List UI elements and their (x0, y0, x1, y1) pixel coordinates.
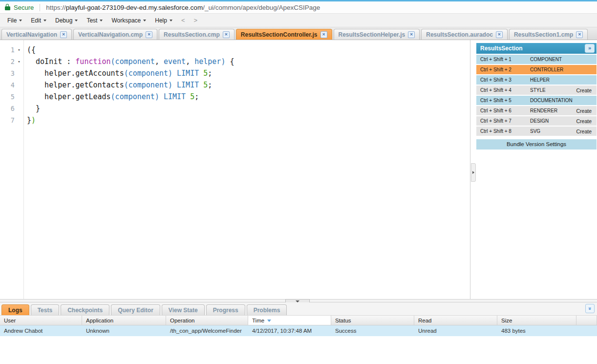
code-token (199, 69, 203, 78)
column-header-time[interactable]: Time (248, 316, 331, 325)
bundle-row-label: CONTROLLER (530, 67, 597, 72)
code-token: 5 (190, 92, 194, 101)
log-cell: 483 bytes (497, 328, 576, 334)
column-header-label: Size (501, 318, 512, 323)
menu-item-edit[interactable]: Edit (26, 15, 51, 26)
column-header-user[interactable]: User (0, 316, 82, 325)
column-header-read[interactable]: Read (414, 316, 497, 325)
horizontal-splitter[interactable] (0, 299, 597, 302)
create-link[interactable]: Create (576, 87, 597, 93)
editor-tab-label: ResultsSection.cmp (164, 31, 220, 38)
bundle-row-label: DESIGN (530, 118, 576, 124)
log-row[interactable]: Andrew ChabotUnknown/th_con_app/WelcomeF… (0, 325, 597, 336)
editor-tab-label: ResultsSection.auradoc (426, 31, 493, 38)
bundle-row-design[interactable]: Ctrl + Shift + 7DESIGNCreate (476, 116, 597, 126)
code-text: helper.getAccounts(component) LIMIT 5; (23, 67, 212, 79)
column-header-application[interactable]: Application (82, 316, 166, 325)
code-token: { (225, 57, 234, 66)
panel-tab-label: Progress (213, 307, 238, 314)
bundle-row-component[interactable]: Ctrl + Shift + 1COMPONENT (476, 55, 597, 64)
bundle-row-renderer[interactable]: Ctrl + Shift + 6RENDERERCreate (476, 106, 597, 115)
code-editor[interactable]: 1▾({2▾ doInit : function(component, even… (0, 40, 470, 299)
code-line[interactable]: 5 helper.getLeads(component) LIMIT 5; (0, 91, 470, 103)
editor-tab-ResultsSection1.cmp[interactable]: ResultsSection1.cmp✕ (509, 29, 588, 40)
close-icon[interactable]: ✕ (320, 31, 327, 38)
panel-tab-problems[interactable]: Problems (247, 304, 287, 315)
bundle-row-style[interactable]: Ctrl + Shift + 4STYLECreate (476, 86, 597, 95)
code-line[interactable]: 3 helper.getAccounts(component) LIMIT 5; (0, 67, 470, 79)
close-icon[interactable]: ✕ (496, 31, 503, 38)
bundle-title: ResultsSection (480, 45, 585, 52)
url-path: /_ui/common/apex/debug/ApexCSIPage (203, 4, 320, 11)
editor-tab-label: ResultsSectionController.js (241, 31, 318, 38)
bundle-row-label: SVG (530, 128, 576, 134)
code-token: ; (208, 81, 212, 89)
code-line[interactable]: 6 } (0, 103, 470, 114)
editor-tab-ResultsSectionHelper.js[interactable]: ResultsSectionHelper.js✕ (334, 29, 420, 40)
code-token: (component (111, 57, 155, 66)
menu-item-debug[interactable]: Debug (51, 15, 82, 26)
column-header-size[interactable]: Size (497, 316, 576, 325)
double-chevron-down-icon: » (587, 307, 593, 310)
menu-item-label: Edit (31, 17, 41, 24)
editor-tab-VerticalNavigation[interactable]: VerticalNavigation✕ (1, 29, 72, 40)
panel-tab-progress[interactable]: Progress (206, 304, 245, 315)
url-scheme: https:// (46, 4, 66, 11)
vertical-splitter[interactable] (471, 40, 476, 299)
bundle-version-settings-button[interactable]: Bundle Version Settings (476, 139, 597, 150)
menu-item-help[interactable]: Help (150, 15, 177, 26)
editor-tab-VerticalNavigation.cmp[interactable]: VerticalNavigation.cmp✕ (73, 29, 157, 40)
editor-tab-label: ResultsSection1.cmp (514, 31, 573, 38)
create-link[interactable]: Create (576, 128, 597, 134)
shortcut-label: Ctrl + Shift + 7 (476, 118, 530, 124)
fold-marker-icon[interactable]: ▾ (15, 44, 23, 56)
expand-panel-icon[interactable]: » (585, 44, 595, 53)
nav-forward-button[interactable]: > (190, 17, 202, 24)
code-token: ({ (27, 45, 36, 54)
bundle-row-helper[interactable]: Ctrl + Shift + 3HELPER (476, 75, 597, 85)
bundle-row-controller[interactable]: Ctrl + Shift + 2CONTROLLER (476, 65, 597, 74)
close-icon[interactable]: ✕ (576, 31, 583, 38)
panel-minimize-button[interactable]: » (585, 304, 595, 313)
fold-marker-icon[interactable]: ▾ (15, 56, 23, 67)
column-header-label: Status (335, 318, 351, 323)
menu-item-test[interactable]: Test (82, 15, 107, 26)
panel-tab-logs[interactable]: Logs (1, 304, 29, 315)
chevron-down-icon (170, 20, 172, 23)
editor-tab-ResultsSectionController.js[interactable]: ResultsSectionController.js✕ (236, 29, 332, 40)
create-link[interactable]: Create (576, 118, 597, 124)
editor-tab-ResultsSection.auradoc[interactable]: ResultsSection.auradoc✕ (421, 29, 508, 40)
column-header-status[interactable]: Status (331, 316, 414, 325)
code-token: function (75, 57, 110, 66)
panel-tab-view-state[interactable]: View State (162, 304, 205, 315)
code-token: helper (194, 57, 221, 66)
code-token: 5 (203, 81, 208, 89)
close-icon[interactable]: ✕ (60, 31, 67, 38)
fold-marker-empty (15, 91, 23, 103)
panel-tab-tests[interactable]: Tests (31, 304, 59, 315)
code-line[interactable]: 1▾({ (0, 44, 470, 56)
menu-item-file[interactable]: File (3, 15, 26, 26)
column-header-filler (576, 316, 597, 325)
editor-tab-ResultsSection.cmp[interactable]: ResultsSection.cmp✕ (159, 29, 235, 40)
fold-marker-empty (15, 103, 23, 114)
code-line[interactable]: 2▾ doInit : function(component, event, h… (0, 56, 470, 67)
bundle-row-documentation[interactable]: Ctrl + Shift + 5DOCUMENTATION (476, 96, 597, 105)
code-line[interactable]: 4 helper.getContacts(component) LIMIT 5; (0, 79, 470, 91)
column-header-operation[interactable]: Operation (166, 316, 248, 325)
bundle-row-svg[interactable]: Ctrl + Shift + 8SVGCreate (476, 127, 597, 136)
menu-item-workspace[interactable]: Workspace (107, 15, 150, 26)
editor-tab-label: VerticalNavigation (6, 31, 57, 38)
code-line[interactable]: 7}) (0, 114, 470, 126)
panel-tab-query-editor[interactable]: Query Editor (111, 304, 160, 315)
create-link[interactable]: Create (576, 108, 597, 114)
panel-tab-checkpoints[interactable]: Checkpoints (61, 304, 109, 315)
nav-back-button[interactable]: < (177, 17, 190, 24)
sidebar-collapse-handle[interactable] (471, 163, 476, 182)
sort-desc-icon (267, 320, 271, 322)
close-icon[interactable]: ✕ (146, 31, 152, 38)
page-url[interactable]: https://playful-goat-273109-dev-ed.my.sa… (46, 4, 320, 11)
code-text: helper.getContacts(component) LIMIT 5; (23, 79, 212, 91)
close-icon[interactable]: ✕ (408, 31, 415, 38)
close-icon[interactable]: ✕ (223, 31, 230, 38)
